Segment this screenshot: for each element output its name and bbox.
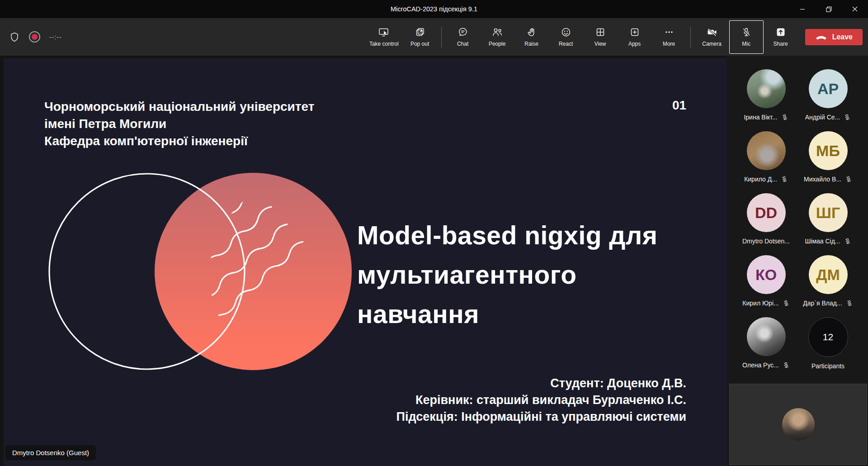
participant-tile[interactable]: 12 Participants (797, 317, 859, 379)
camera-off-icon (706, 27, 718, 38)
mic-muted-icon (783, 361, 790, 369)
slide-university-text: Чорноморський національний університет і… (44, 98, 314, 150)
self-view-tile[interactable] (729, 384, 867, 465)
participant-tile[interactable]: Олена Рус... (735, 317, 797, 379)
mic-muted-icon (781, 114, 788, 121)
participant-avatar: DD (747, 193, 786, 232)
slide-footer: Студент: Доценко Д.В. Керівник: старший … (396, 375, 686, 425)
more-button[interactable]: More (652, 20, 686, 54)
participant-tile[interactable]: Ірина Вікт... (735, 69, 797, 131)
participant-avatar: МБ (809, 131, 848, 170)
presenter-name-badge: Dmytro Dotsenko (Guest) (5, 445, 96, 460)
view-button[interactable]: View (583, 20, 618, 54)
chat-button[interactable]: Chat (446, 20, 480, 54)
share-button[interactable]: Share (764, 20, 798, 54)
close-icon (852, 6, 858, 12)
participant-tile[interactable]: ДМ Дар`я Влад... (797, 255, 859, 317)
mic-muted-icon (845, 176, 852, 183)
participant-tile[interactable]: ШГ Шімаа Сід... (797, 193, 859, 255)
pop-out-icon (415, 27, 425, 38)
participant-tile[interactable]: Кирило Д... (735, 131, 797, 193)
participant-name: Кирил Юрі... (742, 300, 778, 307)
toolbar-separator (441, 27, 442, 48)
chat-icon (458, 27, 468, 38)
raise-hand-icon (526, 27, 537, 38)
participant-name: Дар`я Влад... (803, 300, 842, 307)
meeting-timer: --:-- (49, 33, 62, 41)
recording-indicator-icon (29, 31, 40, 43)
participant-avatar (747, 317, 786, 356)
react-button[interactable]: React (549, 20, 583, 54)
participant-name: Dmytro Dotsen... (742, 238, 790, 245)
participant-tile[interactable]: МБ Михайло В... (797, 131, 859, 193)
venn-graphic (31, 162, 365, 389)
share-icon (775, 27, 786, 38)
slide-number: 01 (672, 98, 686, 113)
apps-icon (629, 27, 640, 38)
minimize-icon (800, 6, 805, 12)
participant-avatar: ДМ (809, 255, 848, 294)
take-control-icon (378, 27, 390, 38)
camera-button[interactable]: Camera (695, 20, 729, 54)
react-icon (561, 27, 571, 38)
participant-tile[interactable]: АР Андрій Се... (797, 69, 859, 131)
pop-out-button[interactable]: Pop out (403, 20, 437, 54)
window-title: MicroCAD-2023 підсекція 9.1 (391, 5, 477, 13)
participant-name: Олена Рус... (742, 361, 779, 369)
apps-button[interactable]: Apps (618, 20, 652, 54)
mic-muted-icon (783, 300, 790, 307)
mic-off-icon (741, 27, 752, 38)
mic-muted-icon (844, 114, 851, 121)
close-button[interactable] (842, 0, 868, 18)
window-titlebar: MicroCAD-2023 підсекція 9.1 (0, 0, 868, 18)
participant-tile[interactable]: КО Кирил Юрі... (735, 255, 797, 317)
minimize-button[interactable] (789, 0, 816, 18)
toolbar-separator (690, 27, 691, 48)
participant-name: Ірина Вікт... (744, 114, 777, 121)
presentation-stage: Чорноморський національний університет і… (4, 58, 727, 466)
more-icon (664, 27, 675, 38)
participant-name: Participants (811, 362, 844, 370)
mic-muted-icon (846, 300, 853, 307)
slide-title: Model-based nigxig для мультиагентного н… (357, 216, 658, 334)
hangup-phone-icon (815, 33, 827, 40)
mic-muted-icon (781, 176, 788, 183)
participant-name: Кирило Д... (744, 176, 777, 183)
leave-button[interactable]: Leave (805, 29, 863, 45)
participant-avatar: 12 (808, 317, 848, 357)
view-icon (595, 27, 606, 38)
meeting-toolbar: --:-- Take control Pop out Chat People R… (0, 18, 868, 56)
shield-icon (9, 32, 20, 43)
people-button[interactable]: People (480, 20, 514, 54)
window-controls (789, 0, 868, 18)
mic-button[interactable]: Mic (729, 20, 764, 54)
participant-avatar: ШГ (809, 193, 848, 232)
participant-name: Андрій Се... (805, 114, 840, 121)
participant-avatar: АР (809, 69, 848, 108)
mic-muted-icon (844, 238, 851, 245)
restore-button[interactable] (816, 0, 842, 18)
participants-grid: Ірина Вікт... АР Андрій Се... Кирило Д..… (735, 69, 859, 379)
toolbar-buttons: Take control Pop out Chat People Raise R… (365, 18, 863, 56)
participant-avatar: КО (747, 255, 786, 294)
participant-avatar (747, 69, 786, 108)
participant-name: Михайло В... (804, 176, 841, 183)
participant-name: Шімаа Сід... (805, 238, 840, 245)
restore-icon (826, 6, 832, 12)
coral-circle (155, 173, 352, 370)
participant-avatar (747, 131, 786, 170)
raise-hand-button[interactable]: Raise (514, 20, 549, 54)
toolbar-left-cluster: --:-- (9, 18, 62, 56)
take-control-button[interactable]: Take control (365, 20, 403, 54)
people-icon (491, 27, 503, 38)
self-view-avatar (782, 408, 815, 441)
participant-tile[interactable]: DD Dmytro Dotsen... (735, 193, 797, 255)
